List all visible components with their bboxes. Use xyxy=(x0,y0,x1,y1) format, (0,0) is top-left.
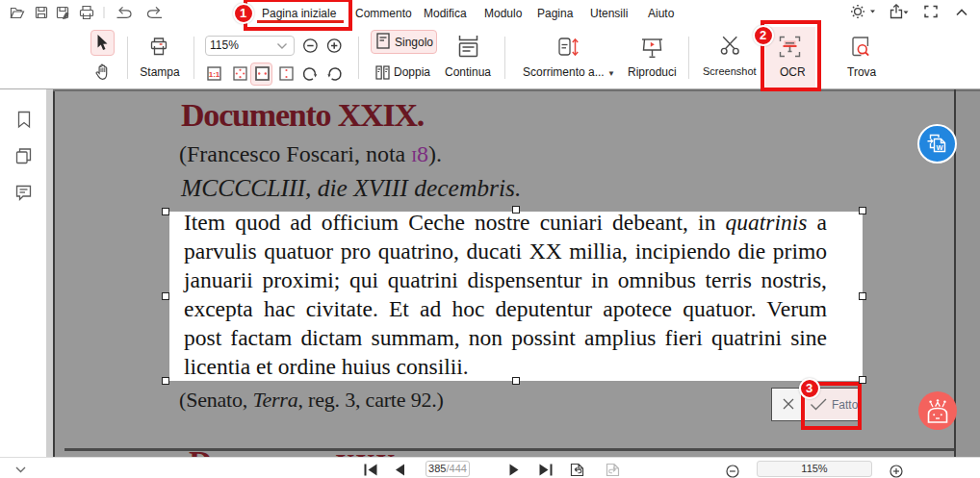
svg-text:1:1: 1:1 xyxy=(209,70,220,79)
svg-text:W: W xyxy=(936,143,943,152)
